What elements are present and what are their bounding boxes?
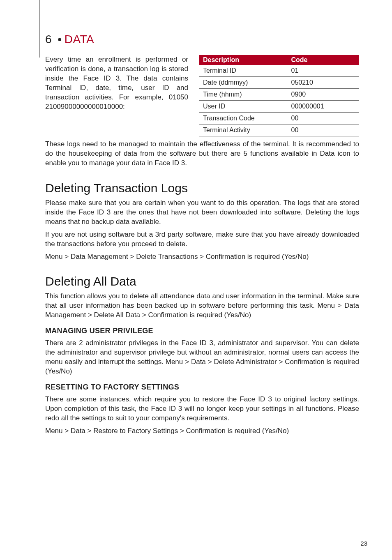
table-header-description: Description [199, 55, 287, 65]
paragraph: Menu > Data > Restore to Factory Setting… [45, 426, 359, 436]
intro-row: Every time an enrollment is performed or… [45, 55, 359, 136]
paragraph: There are some instances, which require … [45, 395, 359, 423]
chapter-title: DATA [65, 33, 95, 46]
subheading-privilege: MANAGING USER PRIVILEGE [45, 327, 359, 335]
table-row: Terminal Activity00 [199, 124, 359, 136]
chapter-separator: • [55, 33, 64, 46]
chapter-number: 6 [45, 33, 52, 46]
after-table-paragraph: These logs need to be managed to maintai… [45, 140, 359, 168]
page-number: 23 [360, 540, 367, 547]
table-row: Terminal ID01 [199, 65, 359, 77]
left-margin-rule [39, 0, 39, 58]
footer-rule [359, 530, 359, 547]
intro-paragraph: Every time an enrollment is performed or… [45, 55, 188, 112]
chapter-heading: 6 •DATA [45, 33, 359, 46]
table-row: Time (hhmm)0900 [199, 89, 359, 101]
codes-table: Description Code Terminal ID01 Date (ddm… [199, 55, 359, 136]
section-heading-delete-logs: Deleting Transaction Logs [45, 181, 359, 195]
paragraph: There are 2 administrator privileges in … [45, 339, 359, 376]
paragraph: Please make sure that you are certain wh… [45, 198, 359, 227]
paragraph: If you are not using software but a 3rd … [45, 230, 359, 249]
table-header-code: Code [287, 55, 360, 65]
subheading-reset: RESETTING TO FACTORY SETTINGS [45, 383, 359, 392]
section-heading-delete-all: Deleting All Data [45, 274, 359, 288]
paragraph: Menu > Data Management > Delete Transact… [45, 252, 359, 262]
table-row: Date (ddmmyy)050210 [199, 77, 359, 89]
table-row: Transaction Code00 [199, 113, 359, 124]
paragraph: This function allows you to delete all a… [45, 292, 359, 320]
page: 6 •DATA Every time an enrollment is perf… [0, 0, 392, 560]
table-row: User ID000000001 [199, 101, 359, 113]
